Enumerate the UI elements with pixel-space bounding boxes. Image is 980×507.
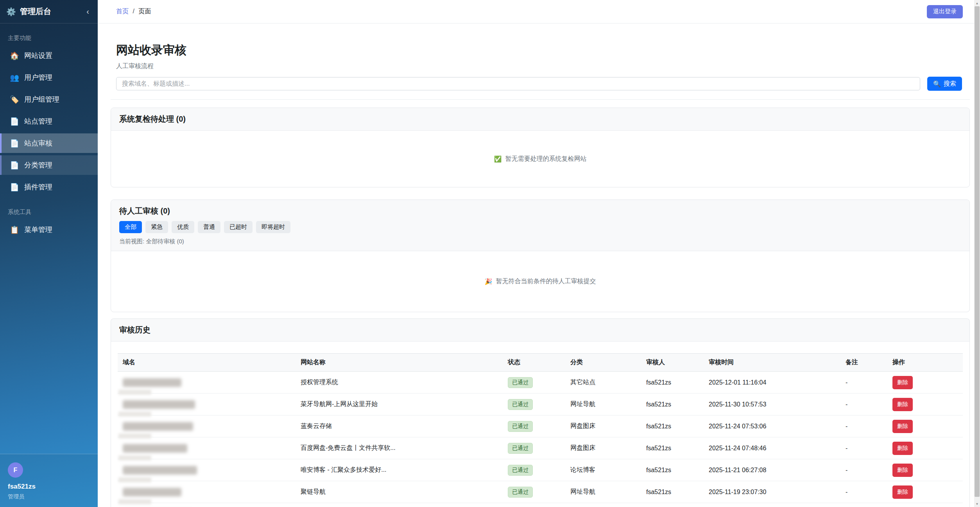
site-name: 聚链导航 <box>296 481 503 503</box>
pending-card-header: 待人工审核 (0) 全部 紧急 优质 普通 已超时 即将超时 当前视图: 全部待… <box>111 200 969 251</box>
breadcrumb: 首页 / 页面 <box>116 7 927 16</box>
sidebar-item-usergroup-management[interactable]: 🏷️ 用户组管理 <box>0 90 98 109</box>
main-area: 首页 / 页面 退出登录 网站收录审核 人工审核流程 🔍 搜索 <box>98 0 980 507</box>
sidebar-section-main: 主要功能 <box>0 34 98 42</box>
pending-card: 待人工审核 (0) 全部 紧急 优质 普通 已超时 即将超时 当前视图: 全部待… <box>111 200 970 312</box>
note-cell: - <box>840 503 887 507</box>
sidebar-item-label: 插件管理 <box>24 182 52 192</box>
sidebar-collapse-icon[interactable]: ‹ <box>84 7 91 16</box>
domain-redacted <box>123 444 187 453</box>
search-button[interactable]: 🔍 搜索 <box>927 77 962 91</box>
domain-cell <box>118 437 296 459</box>
domain-redacted <box>123 378 181 387</box>
actions-cell: 删除 <box>887 372 963 394</box>
actions-cell: 删除 <box>887 503 963 507</box>
sidebar-item-label: 站点审核 <box>24 138 52 148</box>
page-head: 网站收录审核 人工审核流程 🔍 搜索 <box>111 42 970 91</box>
sidebar-item-label: 分类管理 <box>24 160 52 170</box>
search-input[interactable] <box>116 77 920 90</box>
scroll-up-arrow-icon[interactable]: ▲ <box>974 0 980 6</box>
note-cell: - <box>840 415 887 437</box>
col-review-time: 审核时间 <box>704 354 840 372</box>
sidebar-section-tools: 系统工具 <box>0 209 98 216</box>
delete-button[interactable]: 删除 <box>892 398 913 411</box>
domain-redacted <box>123 400 195 409</box>
col-reviewer: 审核人 <box>641 354 704 372</box>
sidebar-item-label: 网站设置 <box>24 51 52 60</box>
history-card-body: 域名 网站名称 状态 分类 审核人 审核时间 备注 操作 <box>111 342 969 507</box>
search-row: 🔍 搜索 <box>116 77 970 91</box>
status-badge: 已通过 <box>508 487 533 498</box>
review-time-cell: 2025-11-24 07:48:46 <box>704 437 840 459</box>
domain-cell <box>118 459 296 481</box>
sidebar-item-category-management[interactable]: 📄 分类管理 <box>0 155 98 175</box>
sidebar-item-label: 用户组管理 <box>24 95 59 104</box>
filter-chips: 全部 紧急 优质 普通 已超时 即将超时 <box>119 221 961 233</box>
topbar: 首页 / 页面 退出登录 <box>98 0 980 23</box>
filter-chip-overdue[interactable]: 已超时 <box>224 221 253 233</box>
clipboard-icon: 📋 <box>10 225 19 234</box>
delete-button[interactable]: 删除 <box>892 464 913 477</box>
sidebar: ⚙️ 管理后台 ‹ 主要功能 🏠 网站设置 👥 用户管理 🏷️ 用户组管理 📄 … <box>0 0 98 507</box>
status-cell: 已通过 <box>503 481 565 503</box>
filter-chip-urgent[interactable]: 紧急 <box>145 221 168 233</box>
recheck-empty-state: ✅ 暂无需要处理的系统复检网站 <box>494 155 587 163</box>
status-badge: 已通过 <box>508 377 533 388</box>
status-badge: 已通过 <box>508 399 533 410</box>
status-cell: 已通过 <box>503 503 565 507</box>
table-row: 菜牙导航网-上网从这里开始 已通过 网址导航 fsa521zs 2025-11-… <box>118 394 963 415</box>
history-card-title: 审核历史 <box>119 325 150 334</box>
category-cell: 网址导航 <box>565 481 641 503</box>
search-icon: 🔍 <box>933 80 941 88</box>
status-cell: 已通过 <box>503 437 565 459</box>
sidebar-item-menu-management[interactable]: 📋 菜单管理 <box>0 220 98 239</box>
status-cell: 已通过 <box>503 415 565 437</box>
sidebar-item-site-review[interactable]: 📄 站点审核 <box>0 133 98 153</box>
filter-chip-soon-overdue[interactable]: 即将超时 <box>256 221 290 233</box>
recheck-card-header: 系统复检待处理 (0) <box>111 108 969 131</box>
status-cell: 已通过 <box>503 372 565 394</box>
sidebar-item-plugin-management[interactable]: 📄 插件管理 <box>0 177 98 197</box>
review-time-cell: 2025-11-21 06:27:08 <box>704 459 840 481</box>
delete-button[interactable]: 删除 <box>892 442 913 455</box>
domain-cell <box>118 415 296 437</box>
review-time-cell: 2025-11-30 10:57:53 <box>704 394 840 415</box>
pending-empty-state: 🎉 暂无符合当前条件的待人工审核提交 <box>485 277 596 286</box>
filter-chip-quality[interactable]: 优质 <box>172 221 194 233</box>
reviewer-cell: fsa521zs <box>641 459 704 481</box>
category-cell: 论坛博客 <box>565 459 641 481</box>
sidebar-item-user-management[interactable]: 👥 用户管理 <box>0 68 98 87</box>
table-header-row: 域名 网站名称 状态 分类 审核人 审核时间 备注 操作 <box>118 354 963 372</box>
tag-icon: 🏷️ <box>10 95 19 104</box>
document-icon: 📄 <box>10 139 19 148</box>
vertical-scrollbar[interactable]: ▲ ▼ <box>974 0 980 507</box>
document-icon: 📄 <box>10 161 19 170</box>
delete-button[interactable]: 删除 <box>892 485 913 499</box>
reviewer-cell: fsa521zs <box>641 437 704 459</box>
delete-button[interactable]: 删除 <box>892 420 913 433</box>
note-cell: - <box>840 437 887 459</box>
note-cell: - <box>840 372 887 394</box>
filter-chip-normal[interactable]: 普通 <box>198 221 220 233</box>
table-row: 百度网盘-免费云盘丨文件共享软... 已通过 网盘图床 fsa521zs 202… <box>118 437 963 459</box>
filter-chip-all[interactable]: 全部 <box>119 221 142 233</box>
review-time-cell: 2025-11-24 07:53:06 <box>704 415 840 437</box>
scrollbar-thumb[interactable] <box>975 6 980 497</box>
sidebar-item-site-management[interactable]: 📄 站点管理 <box>0 111 98 131</box>
domain-cell <box>118 394 296 415</box>
domain-cell <box>118 372 296 394</box>
party-popper-icon: 🎉 <box>485 278 493 285</box>
actions-cell: 删除 <box>887 459 963 481</box>
admin-app: ⚙️ 管理后台 ‹ 主要功能 🏠 网站设置 👥 用户管理 🏷️ 用户组管理 📄 … <box>0 0 980 507</box>
recheck-card-title: 系统复检待处理 (0) <box>119 115 186 123</box>
current-view-label: 当前视图: 全部待审核 (0) <box>119 238 961 245</box>
delete-button[interactable]: 删除 <box>892 376 913 389</box>
review-time-cell: 2025-11-19 23:07:30 <box>704 481 840 503</box>
history-card: 审核历史 域名 网站名称 状态 分类 <box>111 318 970 507</box>
sidebar-item-site-settings[interactable]: 🏠 网站设置 <box>0 46 98 65</box>
breadcrumb-home-link[interactable]: 首页 <box>116 8 129 14</box>
scroll-down-arrow-icon[interactable]: ▼ <box>974 501 980 507</box>
sidebar-user-panel: F fsa521zs 管理员 <box>0 454 98 507</box>
logout-button[interactable]: 退出登录 <box>927 5 963 18</box>
pending-empty-text: 暂无符合当前条件的待人工审核提交 <box>496 277 596 286</box>
